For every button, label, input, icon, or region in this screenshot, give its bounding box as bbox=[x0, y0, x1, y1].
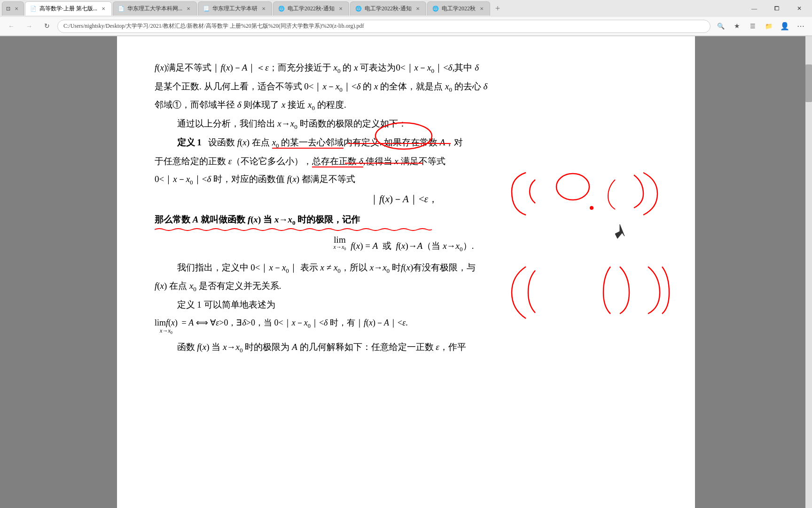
browser-wallet-button[interactable]: 📁 bbox=[761, 19, 776, 34]
tab-6-label: 电工学2022秋 bbox=[442, 5, 476, 13]
tab-5-icon: 🌐 bbox=[355, 6, 362, 12]
tab-0-close[interactable]: ✕ bbox=[13, 6, 20, 12]
scrollbar-thumb[interactable] bbox=[805, 64, 812, 102]
bookmark-button[interactable]: ★ bbox=[729, 19, 744, 34]
para-5: 那么常数 A 就叫做函数 f(x) 当 x→x0 时的极限，记作 bbox=[155, 211, 653, 229]
new-tab-button[interactable]: + bbox=[491, 2, 504, 15]
tab-bar: ⊡ ✕ 📄 高等数学·上册 第七版... ✕ 📄 华东理工大学本科网... ✕ … bbox=[0, 0, 812, 17]
tab-5-label: 电工学2022秋-通知 bbox=[365, 5, 412, 13]
tab-2-close[interactable]: ✕ bbox=[185, 6, 192, 12]
tab-5[interactable]: 🌐 电工学2022秋-通知 ✕ bbox=[350, 1, 426, 16]
tab-2-icon: 📄 bbox=[118, 6, 125, 12]
browser-chrome: ⊡ ✕ 📄 高等数学·上册 第七版... ✕ 📄 华东理工大学本科网... ✕ … bbox=[0, 0, 812, 36]
tab-3-icon: 📃 bbox=[203, 6, 210, 12]
minimize-button[interactable]: — bbox=[743, 0, 765, 17]
para-7: f(x) 在点 x0 是否有定义并无关系. bbox=[155, 278, 653, 295]
tab-0[interactable]: ⊡ ✕ bbox=[2, 1, 24, 16]
para-9: 函数 f(x) 当 x→x0 时的极限为 A 的几何解释如下：任意给定一正数 ε… bbox=[155, 339, 653, 356]
tab-4[interactable]: 🌐 电工学2022秋-通知 ✕ bbox=[273, 1, 349, 16]
tab-1-close[interactable]: ✕ bbox=[100, 6, 107, 12]
para-4: 通过以上分析，我们给出 x→x0 时函数的极限的定义如下： bbox=[155, 116, 653, 133]
para-2: 是某个正数. 从几何上看，适合不等式 0<｜x－x0｜<δ 的 x 的全体，就是… bbox=[155, 79, 653, 95]
profile-button[interactable]: 👤 bbox=[777, 19, 792, 34]
tab-1-pdf[interactable]: 📄 高等数学·上册 第七版... ✕ bbox=[25, 1, 112, 16]
address-bar[interactable]: C:/Users/nightsky/Desktop/大学学习/2021/教材汇总… bbox=[57, 20, 710, 33]
maximize-button[interactable]: ⧠ bbox=[766, 0, 788, 17]
tab-4-icon: 🌐 bbox=[278, 6, 285, 12]
para-1: f(x)满足不等式｜f(x)－A｜＜ε；而充分接近于 x0 的 x 可表达为0<… bbox=[155, 60, 653, 77]
tab-1-icon: 📄 bbox=[30, 6, 37, 12]
para-8: 定义 1 可以简单地表述为 bbox=[155, 297, 653, 313]
tab-2-label: 华东理工大学本科网... bbox=[127, 5, 182, 13]
tab-6-icon: 🌐 bbox=[432, 6, 439, 12]
more-button[interactable]: ⋯ bbox=[793, 19, 808, 34]
formula-1: ｜f(x)－A｜<ε， bbox=[155, 191, 653, 208]
scrollbar[interactable] bbox=[805, 36, 812, 508]
tab-5-close[interactable]: ✕ bbox=[414, 6, 421, 12]
close-button[interactable]: ✕ bbox=[789, 0, 810, 17]
pdf-viewer: f(x)满足不等式｜f(x)－A｜＜ε；而充分接近于 x0 的 x 可表达为0<… bbox=[0, 36, 812, 508]
reading-list-button[interactable]: ☰ bbox=[745, 19, 760, 34]
back-button[interactable]: ← bbox=[4, 19, 19, 34]
definition-line2: 于任意给定的正数 ε（不论它多么小），总存在正数 δ,使得当 x 满足不等式 bbox=[155, 153, 653, 169]
definition-line1: 定义 1 设函数 f(x) 在点 x0 的某一去心邻域内有定义. 如果存在常数 … bbox=[155, 135, 653, 151]
tab-4-label: 电工学2022秋-通知 bbox=[288, 5, 335, 13]
pdf-page: f(x)满足不等式｜f(x)－A｜＜ε；而充分接近于 x0 的 x 可表达为0<… bbox=[117, 36, 695, 508]
tab-2[interactable]: 📄 华东理工大学本科网... ✕ bbox=[113, 1, 197, 16]
window-controls: — ⧠ ✕ bbox=[743, 0, 810, 17]
tab-1-label: 高等数学·上册 第七版... bbox=[39, 5, 97, 13]
tab-3-close[interactable]: ✕ bbox=[260, 6, 267, 12]
formula-2: lim x→x0 f(x) = A 或 f(x)→A（当 x→x0）. bbox=[155, 234, 653, 254]
zoom-button[interactable]: 🔍 bbox=[713, 19, 728, 34]
para-6: 我们指出，定义中 0<｜x－x0｜ 表示 x ≠ x0，所以 x→x0 时f(x… bbox=[155, 260, 653, 277]
toolbar-icons: 🔍 ★ ☰ 📁 👤 ⋯ bbox=[713, 19, 808, 34]
tab-4-close[interactable]: ✕ bbox=[337, 6, 344, 12]
reload-button[interactable]: ↻ bbox=[39, 19, 55, 34]
tab-6-close[interactable]: ✕ bbox=[478, 6, 485, 12]
tab-3[interactable]: 📃 华东理工大学本研 ✕ bbox=[198, 1, 272, 16]
formula-3-block: limf(x) x→x0 = A ⟺ ∀ε>0，∃δ>0，当 0<｜x－x0｜<… bbox=[155, 315, 653, 335]
tab-3-label: 华东理工大学本研 bbox=[212, 5, 258, 13]
address-text: C:/Users/nightsky/Desktop/大学学习/2021/教材汇总… bbox=[63, 22, 364, 30]
definition-line3: 0<｜x－x0｜<δ 时，对应的函数值 f(x) 都满足不等式 bbox=[155, 171, 653, 188]
forward-button[interactable]: → bbox=[22, 19, 37, 34]
address-bar-row: ← → ↻ C:/Users/nightsky/Desktop/大学学习/202… bbox=[0, 17, 812, 36]
wavy-annotation bbox=[155, 228, 432, 230]
para-3: 邻域①，而邻域半径 δ 则体现了 x 接近 x0 的程度. bbox=[155, 97, 653, 114]
tab-0-icon: ⊡ bbox=[6, 6, 10, 12]
tab-6[interactable]: 🌐 电工学2022秋 ✕ bbox=[427, 1, 490, 16]
